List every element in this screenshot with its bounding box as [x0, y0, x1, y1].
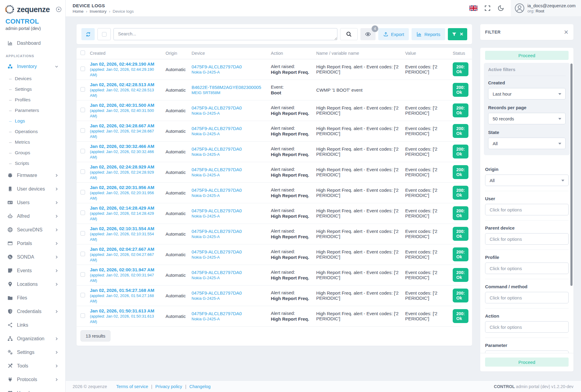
created-link[interactable]: Jan 02, 2026, 01:54:27.168 AM — [90, 287, 161, 293]
device-id-link[interactable]: 0475F9-ALCLB2797DA0 — [192, 228, 266, 234]
sidebar-subitem-scripts[interactable]: –Scripts — [0, 158, 65, 168]
device-id-link[interactable]: 0475F9-ALCLB2797DA0 — [192, 208, 266, 214]
row-checkbox[interactable] — [80, 211, 85, 215]
command-method-input[interactable] — [485, 292, 569, 303]
user-input[interactable] — [485, 204, 569, 215]
filter-toggle-button[interactable]: ✕ — [448, 28, 467, 40]
sidebar-item-user-devices[interactable]: User devices — [0, 182, 65, 196]
column-header-value[interactable]: Value — [403, 48, 450, 59]
created-link[interactable]: Jan 02, 2026, 02:10:31.554 AM — [90, 226, 161, 231]
filter-scrollbar[interactable] — [570, 64, 573, 286]
sidebar-item-tools[interactable]: Tools — [0, 359, 65, 373]
sidebar-item-settings[interactable]: Settings — [0, 345, 65, 359]
reports-button[interactable]: Reports — [412, 28, 445, 40]
device-id-link[interactable]: 0475F9-ALCLB2797DA0 — [192, 146, 266, 152]
sidebar-item-securedns[interactable]: SecureDNS — [0, 223, 65, 237]
device-model-link[interactable]: Nokia G-2425-A — [192, 214, 266, 219]
device-model-link[interactable]: Nokia G-2425-A — [192, 234, 266, 240]
language-flag-icon[interactable] — [469, 5, 478, 11]
sidebar-item-firmware[interactable]: Firmware — [0, 168, 65, 182]
sidebar-subitem-operations[interactable]: –Operations — [0, 126, 65, 137]
user-menu[interactable]: ia_docs@zequenze.com org: Root — [511, 0, 581, 16]
device-model-link[interactable]: Nokia G-2425-A — [192, 131, 266, 137]
profile-input[interactable] — [485, 263, 569, 274]
device-id-link[interactable]: 0475F9-ALCLB2797DA0 — [192, 270, 266, 275]
device-model-link[interactable]: Nokia G-2425-A — [192, 296, 266, 301]
column-header-created[interactable]: Created — [87, 48, 163, 59]
row-checkbox[interactable] — [80, 252, 85, 256]
created-link[interactable]: Jan 02, 2026, 01:50:31.613 AM — [90, 308, 161, 314]
search-input[interactable] — [113, 28, 337, 40]
sidebar-item-credentials[interactable]: Credentials — [0, 305, 65, 318]
export-button[interactable]: Export — [378, 28, 409, 40]
row-checkbox[interactable] — [80, 87, 85, 92]
column-header-action[interactable]: Action — [268, 48, 314, 59]
sidebar-subitem-groups[interactable]: –Groups — [0, 147, 65, 158]
device-id-link[interactable]: 0475F9-ALCLB2797DA0 — [192, 64, 266, 70]
device-id-link[interactable]: 0475F9-ALCLB2797DA0 — [192, 290, 266, 296]
action-input[interactable] — [485, 321, 569, 333]
sidebar-item-locations[interactable]: Locations — [0, 277, 65, 291]
header-checkbox[interactable] — [80, 51, 85, 55]
device-id-link[interactable]: 0475F9-ALCLB2797DA0 — [192, 105, 266, 111]
sidebar-item-sonda[interactable]: SONDA — [0, 250, 65, 264]
column-header-name-variable-name[interactable]: Name / variable name — [314, 48, 403, 59]
origin-select[interactable]: All — [485, 175, 569, 186]
sidebar-item-users[interactable]: Users — [0, 196, 65, 209]
column-header-status[interactable]: Status — [450, 48, 461, 59]
row-checkbox[interactable] — [80, 313, 85, 318]
sidebar-item-links[interactable]: Links — [0, 318, 65, 332]
footer-link-privacy-policy[interactable]: Privacy policy — [155, 384, 182, 389]
state-select[interactable]: All — [488, 138, 566, 149]
proceed-button-bottom[interactable]: Proceed — [485, 358, 569, 367]
sidebar-item-events[interactable]: Events — [0, 264, 65, 277]
created-link[interactable]: Jan 02, 2026, 02:40:31.500 AM — [90, 102, 161, 108]
device-model-link[interactable]: Nokia G-2425-A — [192, 172, 266, 178]
device-model-link[interactable]: Nokia G-2425-A — [192, 316, 266, 322]
created-link[interactable]: Jan 02, 2026, 02:04:27.667 AM — [90, 246, 161, 252]
row-checkbox[interactable] — [80, 108, 85, 112]
sidebar-item-alfred[interactable]: Alfred — [0, 209, 65, 223]
select-all-checkbox[interactable] — [102, 32, 107, 37]
created-link[interactable]: Jan 02, 2026, 02:00:31.947 AM — [90, 267, 161, 273]
created-link[interactable]: Jan 02, 2026, 02:44:29.190 AM — [90, 61, 161, 67]
device-id-link[interactable]: 0475F9-ALCLB2797DA0 — [192, 126, 266, 131]
row-checkbox[interactable] — [80, 128, 85, 133]
sidebar-subitem-profiles[interactable]: –Profiles — [0, 94, 65, 105]
row-checkbox[interactable] — [80, 67, 85, 71]
sidebar-item-files[interactable]: Files — [0, 291, 65, 305]
results-count[interactable]: 13 results — [80, 330, 110, 341]
records-per-page-select[interactable]: 50 records — [488, 113, 566, 124]
search-button[interactable] — [340, 28, 358, 40]
sidebar-subitem-metrics[interactable]: –Metrics — [0, 137, 65, 147]
device-id-link[interactable]: 0475F9-ALCLB2797DA0 — [192, 311, 266, 316]
row-checkbox[interactable] — [80, 272, 85, 277]
row-checkbox[interactable] — [80, 169, 85, 174]
created-link[interactable]: Jan 02, 2026, 02:14:28.429 AM — [90, 205, 161, 211]
created-link[interactable]: Jan 02, 2026, 02:30:32.466 AM — [90, 143, 161, 149]
row-checkbox[interactable] — [80, 149, 85, 153]
device-model-link[interactable]: Nokia G-2425-A — [192, 152, 266, 157]
parameter-input[interactable] — [485, 351, 569, 353]
created-link[interactable]: Jan 02, 2026, 02:24:28.929 AM — [90, 164, 161, 170]
device-model-link[interactable]: MEIG SRT858M — [192, 90, 266, 96]
parent-device-input[interactable] — [485, 233, 569, 245]
device-model-link[interactable]: Nokia G-2425-A — [192, 275, 266, 281]
column-header-device[interactable]: Device — [189, 48, 268, 59]
row-checkbox[interactable] — [80, 190, 85, 194]
breadcrumb-inventory[interactable]: Inventory — [90, 9, 107, 14]
column-visibility-button[interactable]: 4 — [360, 28, 376, 40]
device-id-link[interactable]: 0475F9-ALCLB2797DA0 — [192, 187, 266, 193]
sidebar-item-inventory[interactable]: Inventory — [0, 60, 65, 73]
sidebar-subitem-logs[interactable]: –Logs — [0, 116, 65, 126]
dark-mode-moon-icon[interactable] — [497, 5, 504, 11]
device-model-link[interactable]: Nokia G-2425-A — [192, 193, 266, 198]
breadcrumb-home[interactable]: Home — [73, 9, 84, 14]
created-link[interactable]: Jan 02, 2026, 02:34:28.667 AM — [90, 123, 161, 129]
proceed-button-top[interactable]: Proceed — [485, 51, 569, 60]
device-model-link[interactable]: Nokia G-2425-A — [192, 70, 266, 75]
sidebar-item-protocols[interactable]: Protocols — [0, 373, 65, 386]
sidebar-item-portals[interactable]: Portals — [0, 237, 65, 250]
device-id-link[interactable]: 0475F9-ALCLB2797DA0 — [192, 249, 266, 255]
select-all-button[interactable] — [97, 28, 111, 40]
